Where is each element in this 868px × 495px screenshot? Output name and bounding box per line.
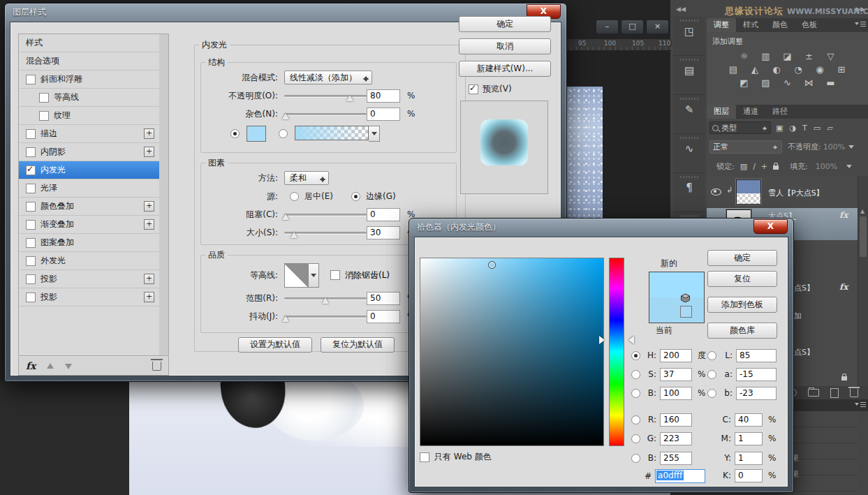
dialog-title-bar[interactable]: 拾色器（内发光颜色） [409, 219, 793, 236]
visibility-eye-icon[interactable] [711, 189, 721, 195]
levels-icon[interactable]: ▥ [758, 51, 774, 61]
filter-shape-layer-icon[interactable]: ▭ [814, 124, 821, 133]
brush-presets-panel-icon[interactable]: ∿ [673, 134, 705, 173]
tab-color[interactable]: 颜色 [765, 18, 795, 32]
field-input[interactable]: 160 [660, 413, 692, 427]
chevron-down-icon[interactable] [846, 165, 852, 171]
close-window-button[interactable]: × [646, 20, 669, 34]
layer-row-snowman[interactable]: 雪人【P大点S】 [707, 176, 858, 209]
preview-label[interactable]: 预览(V) [483, 83, 512, 95]
layer-style-item-3[interactable]: 等高线 [19, 89, 159, 107]
close-dialog-button[interactable]: X [753, 219, 788, 234]
delete-effect-icon[interactable] [152, 362, 161, 371]
filter-pixel-layer-icon[interactable]: ▣ [776, 124, 783, 133]
opacity-input[interactable]: 80 [367, 89, 400, 103]
field-radio[interactable] [631, 370, 640, 379]
hex-input[interactable]: a0dfff [655, 469, 705, 483]
field-input[interactable]: -23 [736, 387, 777, 400]
fx-badge[interactable]: fx [839, 210, 848, 220]
lock-position-icon[interactable]: + [761, 162, 767, 171]
field-radio[interactable] [631, 351, 640, 360]
hue-saturation-icon[interactable]: ▤ [726, 64, 741, 75]
fx-menu-icon[interactable]: fx [26, 360, 36, 371]
ok-button[interactable]: 确定 [707, 250, 777, 266]
layer-style-item-5[interactable]: 描边+ [19, 125, 159, 143]
color-field[interactable] [420, 258, 604, 446]
color-balance-icon[interactable]: ◭ [747, 64, 763, 75]
size-input[interactable]: 30 [367, 226, 400, 239]
materials-panel-icon[interactable]: ◳ [673, 17, 705, 56]
hue-arrow-left-icon[interactable] [599, 336, 609, 344]
add-instance-icon[interactable]: + [144, 219, 154, 230]
layer-style-item-11[interactable]: 图案叠加 [19, 234, 159, 252]
layer-name[interactable]: 雪人【P大点S】 [768, 188, 824, 198]
checkbox-icon[interactable] [26, 238, 36, 248]
field-input[interactable]: 40 [735, 413, 763, 427]
reset-button[interactable]: 复位 [707, 271, 777, 287]
solid-color-radio[interactable] [230, 129, 240, 138]
black-white-icon[interactable]: ◐ [769, 64, 784, 75]
add-instance-icon[interactable]: + [144, 292, 154, 302]
field-input[interactable]: -15 [736, 368, 777, 381]
checkbox-icon[interactable] [26, 129, 36, 139]
field-input[interactable]: 0 [735, 469, 763, 482]
new-layer-icon[interactable] [830, 388, 839, 398]
technique-select[interactable]: 柔和 [284, 171, 329, 185]
hue-arrow-right-icon[interactable] [624, 336, 634, 344]
add-instance-icon[interactable]: + [144, 201, 154, 212]
checkbox-icon[interactable] [39, 93, 49, 103]
posterize-icon[interactable]: ▨ [758, 77, 774, 88]
choke-input[interactable]: 0 [367, 208, 400, 221]
slider-thumb-icon[interactable] [282, 110, 289, 119]
fx-badge[interactable]: fx [839, 282, 848, 292]
layer-style-item-13[interactable]: 投影+ [19, 270, 159, 288]
layer-name[interactable]: 点S】 [794, 283, 814, 293]
slider-thumb-icon[interactable] [290, 228, 297, 238]
filter-smart-object-icon[interactable]: ▱ [827, 124, 832, 133]
new-style-button[interactable]: 新建样式(W)... [459, 61, 551, 77]
field-radio[interactable] [707, 370, 716, 379]
paragraph-panel-icon[interactable]: ¶ [673, 173, 705, 212]
layer-style-item-10[interactable]: 渐变叠加+ [19, 216, 159, 234]
tab-paths[interactable]: 路径 [765, 105, 795, 119]
field-radio[interactable] [707, 351, 716, 360]
size-slider[interactable] [284, 226, 367, 239]
layer-style-item-4[interactable]: 纹理 [19, 107, 159, 125]
lock-all-icon[interactable] [773, 165, 779, 170]
curves-icon[interactable]: ◪ [780, 51, 795, 61]
field-input[interactable]: 255 [660, 452, 692, 465]
web-only-checkbox[interactable] [420, 452, 429, 462]
opacity-value[interactable]: 100% [823, 142, 845, 152]
checkbox-icon[interactable] [39, 111, 49, 121]
collapse-panels-icon[interactable] [676, 6, 686, 13]
field-input[interactable]: 223 [660, 432, 692, 445]
field-input[interactable]: 100 [660, 387, 692, 400]
invert-icon[interactable]: ◩ [737, 77, 752, 88]
restore-button[interactable]: □ [621, 20, 644, 34]
layer-style-item-8[interactable]: 光泽 [19, 179, 159, 198]
checkbox-icon[interactable] [26, 75, 36, 84]
lock-pixels-icon[interactable]: ∕ [753, 162, 756, 171]
layer-filter-type-select[interactable]: 类型 [709, 121, 771, 134]
gradient-preview[interactable] [295, 126, 369, 140]
brush-panel-icon[interactable]: ✎ [673, 95, 705, 134]
tab-styles[interactable]: 样式 [736, 18, 765, 32]
preview-checkbox[interactable] [469, 84, 478, 94]
slider-thumb-icon[interactable] [282, 312, 289, 322]
gamut-warning-cube-icon[interactable] [680, 293, 691, 306]
layer-style-item-12[interactable]: 外发光 [19, 252, 159, 270]
brightness-contrast-icon[interactable]: ☼ [737, 51, 752, 61]
jitter-slider[interactable] [284, 310, 367, 323]
choke-slider[interactable] [284, 208, 367, 221]
panel-menu-icon[interactable] [855, 401, 866, 409]
threshold-icon[interactable]: ∿ [780, 77, 795, 88]
gradient-dropdown-icon[interactable] [369, 126, 380, 142]
field-input[interactable]: 1 [735, 432, 763, 445]
tab-swatches[interactable]: 色板 [795, 18, 824, 32]
add-to-swatches-button[interactable]: 添加到色板 [707, 297, 777, 313]
field-radio[interactable] [707, 389, 716, 398]
layer-style-item-2[interactable]: 斜面和浮雕 [19, 71, 159, 89]
antialias-checkbox[interactable] [330, 270, 340, 280]
cancel-button[interactable]: 取消 [459, 38, 551, 54]
fill-value[interactable]: 100% [816, 162, 837, 171]
